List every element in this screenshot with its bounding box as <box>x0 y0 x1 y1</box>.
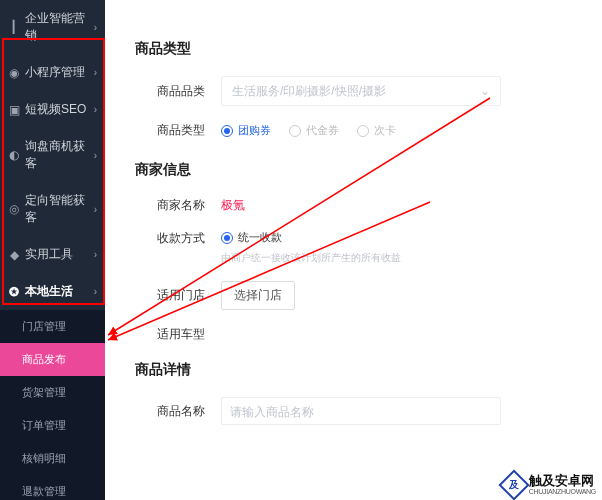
radio-dot-icon <box>221 125 233 137</box>
bars-icon: ┃ <box>8 21 20 33</box>
chevron-right-icon: › <box>94 104 97 115</box>
radio-dot-icon <box>289 125 301 137</box>
sidebar-item-target[interactable]: ◎定向智能获客 › <box>0 182 105 236</box>
sidebar-item-marketing[interactable]: ┃企业智能营销 › <box>0 0 105 54</box>
label-product-name: 商品名称 <box>135 403 205 420</box>
select-category[interactable]: 生活服务/印刷摄影/快照/摄影 ⌄ <box>221 76 501 106</box>
radio-voucher[interactable]: 代金券 <box>289 123 339 138</box>
sidebar-item-tools[interactable]: ◆实用工具 › <box>0 236 105 273</box>
section-title-product-type: 商品类型 <box>135 40 572 58</box>
chevron-right-icon: › <box>94 204 97 215</box>
label-merchant-name: 商家名称 <box>135 197 205 214</box>
label-category: 商品品类 <box>135 83 205 100</box>
video-icon: ▣ <box>8 104 20 116</box>
submenu-item-order[interactable]: 订单管理 <box>0 409 105 442</box>
life-icon: ✪ <box>8 286 20 298</box>
target-icon: ◎ <box>8 203 20 215</box>
label-payment: 收款方式 <box>135 230 205 247</box>
chevron-right-icon: › <box>94 150 97 161</box>
section-title-product-detail: 商品详情 <box>135 361 572 379</box>
watermark-logo-icon: 及 <box>498 469 529 500</box>
radio-unified-payment[interactable]: 统一收款 <box>221 230 401 245</box>
chevron-right-icon: › <box>94 67 97 78</box>
radio-dot-icon <box>221 232 233 244</box>
sidebar-item-locallife[interactable]: ✪本地生活 › <box>0 273 105 310</box>
radio-groupon[interactable]: 团购券 <box>221 123 271 138</box>
sidebar-item-shortvideo[interactable]: ▣短视频SEO › <box>0 91 105 128</box>
select-store-button[interactable]: 选择门店 <box>221 281 295 310</box>
chevron-right-icon: › <box>94 249 97 260</box>
input-product-name[interactable]: 请输入商品名称 <box>221 397 501 425</box>
sidebar-item-inquiry[interactable]: ◐询盘商机获客 › <box>0 128 105 182</box>
radio-group-type: 团购券 代金券 次卡 <box>221 123 396 138</box>
label-type: 商品类型 <box>135 122 205 139</box>
submenu-item-store[interactable]: 门店管理 <box>0 310 105 343</box>
main-content: 商品类型 商品品类 生活服务/印刷摄影/快照/摄影 ⌄ 商品类型 团购券 代金券… <box>105 0 602 500</box>
section-title-merchant: 商家信息 <box>135 161 572 179</box>
label-car-type: 适用车型 <box>135 326 205 343</box>
tools-icon: ◆ <box>8 249 20 261</box>
submenu-item-shelf[interactable]: 货架管理 <box>0 376 105 409</box>
gear-icon: ◉ <box>8 67 20 79</box>
chevron-down-icon: › <box>94 286 97 297</box>
watermark: 及 触及安卓网 CHUJIANZHUOWANG <box>503 474 596 496</box>
chevron-right-icon: › <box>94 22 97 33</box>
inquiry-icon: ◐ <box>8 149 20 161</box>
submenu-item-product-publish[interactable]: 商品发布 <box>0 343 105 376</box>
label-store: 适用门店 <box>135 287 205 304</box>
payment-hint: 由商户统一接收该计划所产生的所有收益 <box>221 251 401 265</box>
watermark-text-cn: 触及安卓网 <box>529 474 596 488</box>
submenu-locallife: 门店管理 商品发布 货架管理 订单管理 核销明细 退款管理 <box>0 310 105 500</box>
sidebar-item-miniprogram[interactable]: ◉小程序管理 › <box>0 54 105 91</box>
radio-dot-icon <box>357 125 369 137</box>
radio-card[interactable]: 次卡 <box>357 123 396 138</box>
submenu-item-verify[interactable]: 核销明细 <box>0 442 105 475</box>
watermark-text-en: CHUJIANZHUOWANG <box>529 488 596 496</box>
submenu-item-refund[interactable]: 退款管理 <box>0 475 105 500</box>
sidebar: ┃企业智能营销 › ◉小程序管理 › ▣短视频SEO › ◐询盘商机获客 › ◎… <box>0 0 105 500</box>
merchant-name-value: 极氪 <box>221 197 245 214</box>
chevron-down-icon: ⌄ <box>480 76 490 106</box>
